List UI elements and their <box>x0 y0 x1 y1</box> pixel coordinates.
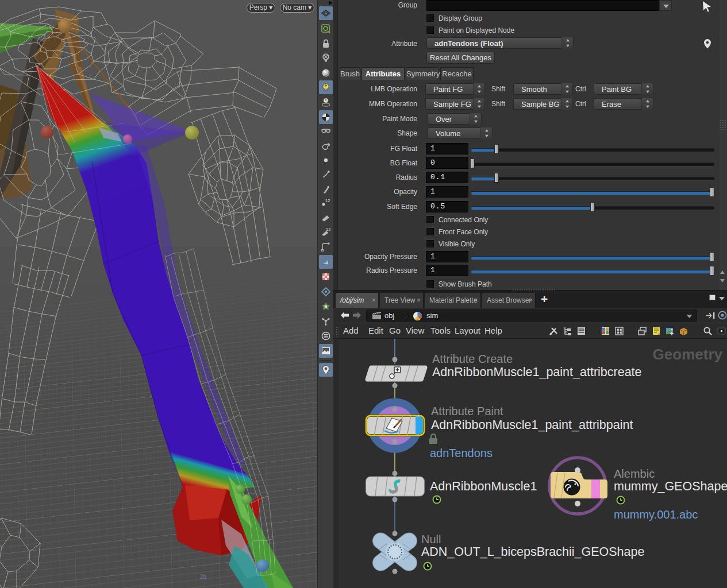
svg-text:adnTendons: adnTendons <box>430 447 493 459</box>
svg-text:Attribute Create: Attribute Create <box>432 353 513 365</box>
svg-text:Null: Null <box>421 533 441 546</box>
svg-text:2a: 2a <box>200 574 207 580</box>
svg-text:AdnRibbonMuscle1_paint_attribc: AdnRibbonMuscle1_paint_attribcreate <box>432 365 642 379</box>
svg-text:AdnRibbonMuscle1_paint_attribp: AdnRibbonMuscle1_paint_attribpaint <box>431 418 633 432</box>
svg-text:AdnRibbonMuscle1: AdnRibbonMuscle1 <box>430 479 537 493</box>
svg-text:ADN_OUT_L_bicepsBrachii_GEOSha: ADN_OUT_L_bicepsBrachii_GEOShape <box>421 545 644 559</box>
svg-text:Attribute Paint: Attribute Paint <box>431 405 503 417</box>
svg-text:Alembic: Alembic <box>614 467 655 480</box>
svg-text:mummy_GEOShape: mummy_GEOShape <box>614 479 727 493</box>
svg-text:Geometry: Geometry <box>653 346 723 363</box>
svg-text:12: 12 <box>326 227 330 232</box>
svg-text:mummy.001.abc: mummy.001.abc <box>614 508 698 521</box>
